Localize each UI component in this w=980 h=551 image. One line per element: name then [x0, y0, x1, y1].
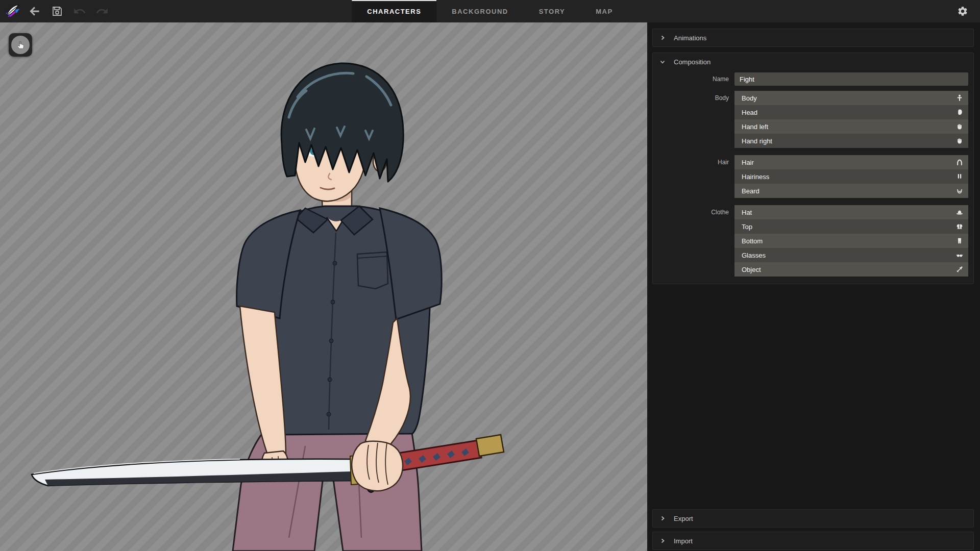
composition-item-hairiness[interactable]: Hairiness — [734, 169, 968, 184]
main-tabs: CHARACTERS BACKGROUND STORY MAP — [352, 0, 628, 22]
tab-story[interactable]: STORY — [524, 0, 581, 22]
hair-icon — [955, 158, 964, 166]
pointer-tool-circle — [11, 36, 30, 54]
composition-item-hair[interactable]: Hair — [734, 155, 968, 169]
tab-characters[interactable]: CHARACTERS — [352, 0, 436, 22]
composition-item-hand-right[interactable]: Hand right — [734, 134, 968, 148]
group-rows-body: Body Head — [734, 91, 968, 148]
arrow-left-icon — [28, 5, 41, 18]
hat-icon — [955, 208, 964, 216]
section-composition: Composition Name Body Body — [652, 53, 974, 284]
section-animations-header[interactable]: Animations — [653, 29, 973, 46]
sword-icon — [955, 265, 964, 273]
composition-item-head[interactable]: Head — [734, 105, 968, 119]
redo-button[interactable] — [92, 1, 112, 21]
composition-body: Name Body Body — [653, 70, 973, 284]
redo-arrow-icon — [95, 5, 109, 18]
toolbar-right — [952, 0, 980, 22]
quill-logo-icon — [4, 3, 21, 20]
chevron-down-icon — [659, 59, 666, 65]
chevron-right-icon — [659, 35, 666, 41]
hand-pointer-icon — [15, 39, 26, 51]
composition-item-object[interactable]: Object — [734, 262, 968, 277]
pointer-tool-button[interactable] — [9, 33, 32, 57]
tab-map[interactable]: MAP — [580, 0, 628, 22]
composition-group-hair: Hair Hair Hairiness — [653, 155, 973, 198]
save-button[interactable] — [47, 1, 67, 21]
group-label-clothe: Clothe — [653, 205, 734, 277]
app: CHARACTERS BACKGROUND STORY MAP — [0, 0, 980, 551]
main-area: Animations Composition Name — [0, 22, 980, 551]
composition-group-clothe: Clothe Hat Top — [653, 205, 973, 277]
glasses-icon — [955, 251, 964, 259]
toolbar-left — [0, 0, 112, 22]
group-label-hair: Hair — [653, 155, 734, 198]
top-bar: CHARACTERS BACKGROUND STORY MAP — [0, 0, 980, 22]
undo-button[interactable] — [69, 1, 90, 21]
section-import: Import — [652, 532, 974, 550]
back-button[interactable] — [24, 1, 45, 21]
composition-item-hat[interactable]: Hat — [734, 205, 968, 219]
undo-arrow-icon — [73, 5, 86, 18]
character-preview[interactable] — [0, 22, 647, 551]
settings-button[interactable] — [952, 1, 973, 21]
tab-background[interactable]: BACKGROUND — [436, 0, 523, 22]
name-input[interactable] — [734, 72, 968, 86]
section-import-header[interactable]: Import — [653, 532, 973, 549]
composition-item-bottom[interactable]: Bottom — [734, 234, 968, 248]
jacket-icon — [955, 222, 964, 231]
chevron-right-icon — [659, 538, 666, 544]
name-field-label: Name — [653, 76, 734, 83]
head-icon — [955, 108, 964, 116]
section-export: Export — [652, 509, 974, 528]
beard-icon — [955, 187, 964, 195]
properties-panel: Animations Composition Name — [647, 22, 980, 551]
group-rows-clothe: Hat Top — [734, 205, 968, 277]
sideburns-icon — [955, 172, 964, 181]
hand-icon — [955, 122, 964, 131]
chevron-right-icon — [659, 515, 666, 521]
group-rows-hair: Hair Hairiness — [734, 155, 968, 198]
composition-item-body[interactable]: Body — [734, 91, 968, 105]
body-icon — [955, 94, 964, 102]
section-composition-header[interactable]: Composition — [653, 53, 973, 70]
character-canvas[interactable] — [0, 22, 647, 551]
pants-icon — [955, 237, 964, 245]
section-animations: Animations — [652, 29, 974, 47]
composition-item-beard[interactable]: Beard — [734, 184, 968, 198]
composition-group-body: Body Body Head — [653, 91, 973, 148]
panel-spacer — [652, 290, 974, 509]
hand-icon — [955, 137, 964, 145]
composition-item-top[interactable]: Top — [734, 219, 968, 234]
composition-item-hand-left[interactable]: Hand left — [734, 119, 968, 134]
group-label-body: Body — [653, 91, 734, 148]
section-export-header[interactable]: Export — [653, 510, 973, 527]
composition-item-glasses[interactable]: Glasses — [734, 248, 968, 262]
name-field-row: Name — [653, 72, 973, 86]
floppy-disk-icon — [51, 5, 63, 17]
logo-button[interactable] — [2, 1, 22, 21]
gear-icon — [957, 6, 968, 17]
